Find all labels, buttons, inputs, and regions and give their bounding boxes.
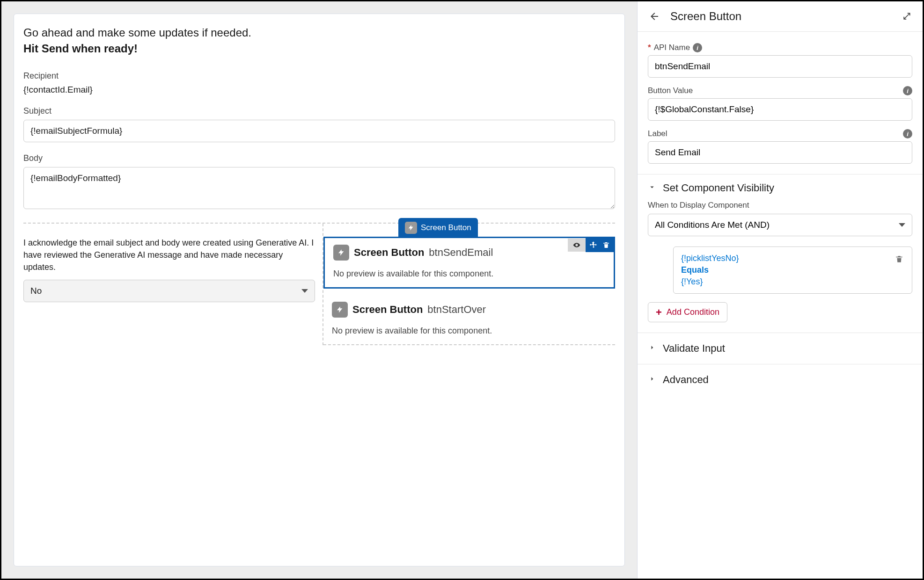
intro-text-line1: Go ahead and make some updates if needed… <box>23 26 615 39</box>
label-input[interactable] <box>648 141 912 164</box>
screen-canvas: Go ahead and make some updates if needed… <box>14 14 625 566</box>
subject-block: Subject <box>23 106 615 142</box>
delete-condition-icon[interactable] <box>894 254 904 265</box>
api-name-input[interactable] <box>648 55 912 78</box>
property-sidebar: Screen Button * API Name i Button Value … <box>637 1 923 579</box>
component-api-name: btnStartOver <box>427 304 486 316</box>
validate-input-section[interactable]: Validate Input <box>638 333 923 364</box>
ack-column: I acknowledge the email subject and body… <box>23 224 323 345</box>
info-icon[interactable]: i <box>903 129 912 138</box>
recipient-block: Recipient {!contactId.Email} <box>23 71 615 95</box>
canvas-area: Go ahead and make some updates if needed… <box>1 1 637 579</box>
component-type-label: Screen Button <box>354 246 424 259</box>
plus-icon: + <box>656 310 662 315</box>
button-value-label: Button Value <box>648 86 693 95</box>
basic-fields-section: * API Name i Button Value i Label i <box>638 32 923 174</box>
visibility-section-title: Set Component Visibility <box>663 182 774 194</box>
ack-text: I acknowledge the email subject and body… <box>23 237 315 273</box>
expand-icon[interactable] <box>901 11 912 22</box>
body-textarea[interactable] <box>23 167 615 209</box>
chevron-down-icon <box>648 183 656 194</box>
condition-card[interactable]: {!picklistYesNo} Equals {!Yes} <box>673 246 912 294</box>
info-icon[interactable]: i <box>693 43 702 52</box>
when-display-value: All Conditions Are Met (AND) <box>655 220 770 230</box>
intro-text-line2: Hit Send when ready! <box>23 42 615 55</box>
advanced-title: Advanced <box>663 374 709 386</box>
visibility-section: Set Component Visibility When to Display… <box>638 174 923 333</box>
add-condition-button[interactable]: + Add Condition <box>648 302 727 322</box>
visibility-section-header[interactable]: Set Component Visibility <box>648 182 912 201</box>
validate-input-title: Validate Input <box>663 342 725 355</box>
ack-picklist-value: No <box>30 286 42 296</box>
chevron-down-icon <box>899 223 905 227</box>
no-preview-text: No preview is available for this compone… <box>325 264 614 279</box>
component-toolbar <box>568 238 614 252</box>
chevron-down-icon <box>301 289 308 293</box>
body-block: Body <box>23 153 615 211</box>
when-display-label: When to Display Component <box>648 201 912 210</box>
required-star-icon: * <box>648 43 651 52</box>
component-type-tag: Screen Button <box>398 218 478 238</box>
lower-columns: I acknowledge the email subject and body… <box>23 223 615 345</box>
subject-input[interactable] <box>23 120 615 142</box>
visibility-toggle-icon[interactable] <box>571 240 583 250</box>
chevron-right-icon <box>648 375 656 385</box>
ack-picklist[interactable]: No <box>23 280 315 302</box>
sidebar-header: Screen Button <box>638 1 923 32</box>
component-type-label: Screen Button <box>352 304 423 316</box>
recipient-label: Recipient <box>23 71 615 81</box>
back-arrow-icon[interactable] <box>648 10 661 23</box>
bolt-icon <box>333 245 349 261</box>
component-type-tag-label: Screen Button <box>421 223 471 232</box>
button-column: Screen Button <box>323 224 615 345</box>
condition-value[interactable]: {!Yes} <box>681 277 739 287</box>
bolt-icon <box>332 302 348 318</box>
add-condition-label: Add Condition <box>667 307 719 317</box>
no-preview-text: No preview is available for this compone… <box>323 321 615 336</box>
api-name-label: * API Name i <box>648 43 702 52</box>
delete-icon[interactable] <box>601 240 611 250</box>
info-icon[interactable]: i <box>903 86 912 95</box>
move-icon[interactable] <box>588 240 599 250</box>
screen-button-start-over[interactable]: Screen Button btnStartOver No preview is… <box>323 289 615 345</box>
component-api-name: btnSendEmail <box>429 246 493 259</box>
body-label: Body <box>23 153 615 163</box>
advanced-section[interactable]: Advanced <box>638 364 923 395</box>
subject-label: Subject <box>23 106 615 116</box>
bolt-icon <box>405 222 417 234</box>
when-display-select[interactable]: All Conditions Are Met (AND) <box>648 214 912 236</box>
condition-operator[interactable]: Equals <box>681 265 739 275</box>
app-root: Go ahead and make some updates if needed… <box>0 0 924 580</box>
chevron-right-icon <box>648 343 656 354</box>
condition-resource[interactable]: {!picklistYesNo} <box>681 254 739 263</box>
sidebar-title: Screen Button <box>670 10 741 23</box>
button-value-input[interactable] <box>648 98 912 121</box>
label-field-label: Label <box>648 129 667 138</box>
screen-button-send-email[interactable]: Screen Button btnSendEmail No preview is… <box>323 237 615 289</box>
recipient-value: {!contactId.Email} <box>23 85 615 95</box>
